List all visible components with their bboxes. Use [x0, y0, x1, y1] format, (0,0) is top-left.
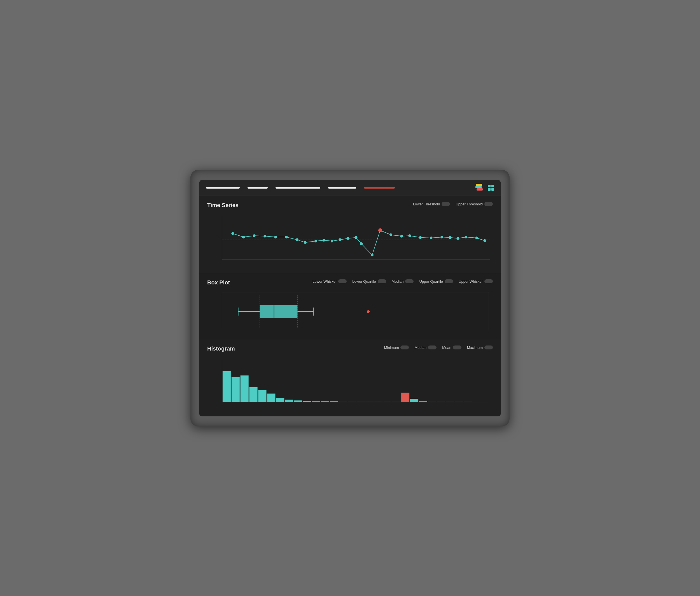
svg-rect-45: [240, 375, 249, 402]
mean-legend: Mean: [442, 346, 462, 350]
svg-point-21: [400, 234, 403, 237]
svg-point-16: [355, 236, 358, 239]
nav-item-4[interactable]: [328, 187, 356, 189]
svg-rect-49: [276, 398, 284, 402]
svg-point-3: [231, 232, 234, 235]
upper-quartile-legend: Upper Quartile: [419, 279, 453, 283]
svg-point-26: [448, 236, 451, 239]
lower-quartile-legend: Lower Quartile: [352, 279, 386, 283]
svg-rect-44: [232, 377, 240, 402]
maximum-toggle[interactable]: [485, 346, 493, 349]
svg-point-20: [389, 233, 392, 236]
time-series-legend: Lower Threshold Upper Threshold: [413, 202, 493, 206]
grid-icon[interactable]: [488, 185, 494, 191]
svg-point-14: [339, 238, 341, 241]
mean-label: Mean: [442, 346, 451, 350]
svg-point-7: [275, 235, 277, 239]
minimum-label: Minimum: [384, 346, 399, 350]
histogram-chart: [207, 355, 493, 411]
maximum-legend: Maximum: [467, 346, 493, 350]
svg-rect-51: [294, 400, 302, 402]
upper-quartile-toggle[interactable]: [445, 279, 453, 283]
app-window: Time Series Lower Threshold Upper Thresh…: [199, 180, 501, 416]
upper-threshold-legend: Upper Threshold: [456, 202, 493, 206]
box-plot-svg: [207, 289, 493, 334]
device-frame: Time Series Lower Threshold Upper Thresh…: [190, 170, 510, 426]
histogram-median-toggle[interactable]: [428, 346, 437, 349]
svg-point-29: [475, 237, 478, 239]
box-plot-legend: Lower Whisker Lower Quartile Median Uppe…: [312, 279, 493, 283]
box-plot-chart: [207, 289, 493, 334]
svg-point-17: [360, 242, 363, 245]
nav-item-2[interactable]: [248, 187, 268, 189]
time-series-chart: [207, 212, 493, 268]
svg-point-18: [371, 254, 373, 256]
nav-item-1[interactable]: [206, 187, 240, 189]
histogram-svg: [207, 355, 493, 411]
minimum-legend: Minimum: [384, 346, 409, 350]
svg-point-28: [465, 235, 467, 239]
svg-point-11: [314, 240, 317, 242]
svg-rect-64: [410, 399, 418, 402]
svg-point-12: [322, 239, 326, 242]
maximum-label: Maximum: [467, 346, 483, 350]
nav-bar: [199, 180, 501, 196]
lower-threshold-label: Lower Threshold: [413, 202, 440, 206]
svg-point-15: [347, 237, 349, 240]
stack-icon[interactable]: [475, 184, 485, 192]
svg-point-10: [304, 241, 307, 244]
svg-point-40: [367, 310, 370, 313]
time-series-svg: [207, 212, 493, 268]
svg-rect-52: [303, 401, 311, 402]
upper-whisker-label: Upper Whisker: [459, 279, 483, 283]
nav-item-5[interactable]: [364, 187, 395, 189]
svg-rect-63: [401, 393, 409, 402]
svg-point-19: [378, 228, 382, 232]
svg-point-23: [419, 236, 422, 239]
svg-rect-43: [223, 371, 231, 402]
lower-quartile-label: Lower Quartile: [352, 279, 376, 283]
lower-threshold-toggle[interactable]: [442, 202, 450, 206]
svg-point-6: [263, 234, 266, 237]
lower-whisker-toggle[interactable]: [338, 279, 347, 283]
mean-toggle[interactable]: [453, 346, 462, 349]
time-series-panel: Time Series Lower Threshold Upper Thresh…: [199, 196, 501, 273]
histogram-median-legend: Median: [414, 346, 437, 350]
svg-rect-48: [267, 393, 275, 402]
nav-icons: [475, 184, 494, 192]
upper-quartile-label: Upper Quartile: [419, 279, 443, 283]
svg-rect-50: [285, 400, 293, 402]
lower-threshold-legend: Lower Threshold: [413, 202, 450, 206]
svg-point-22: [408, 234, 411, 237]
upper-threshold-toggle[interactable]: [485, 202, 493, 206]
upper-whisker-legend: Upper Whisker: [459, 279, 493, 283]
svg-point-5: [253, 234, 256, 237]
svg-point-24: [430, 237, 433, 239]
box-plot-panel: Box Plot Lower Whisker Lower Quartile Me…: [199, 273, 501, 339]
histogram-panel: Histogram Minimum Median Mean Maximum: [199, 339, 501, 416]
svg-point-13: [331, 240, 334, 242]
nav-item-3[interactable]: [276, 187, 320, 189]
lower-whisker-legend: Lower Whisker: [312, 279, 347, 283]
lower-whisker-label: Lower Whisker: [312, 279, 337, 283]
lower-quartile-toggle[interactable]: [378, 279, 386, 283]
svg-point-25: [440, 235, 443, 239]
svg-rect-47: [258, 390, 266, 402]
svg-point-27: [457, 237, 460, 240]
svg-point-9: [296, 238, 299, 241]
histogram-legend: Minimum Median Mean Maximum: [384, 346, 493, 350]
svg-point-30: [483, 239, 486, 242]
median-toggle[interactable]: [405, 279, 414, 283]
upper-whisker-toggle[interactable]: [485, 279, 493, 283]
svg-rect-36: [260, 304, 297, 318]
svg-rect-46: [250, 387, 258, 402]
median-legend: Median: [392, 279, 414, 283]
minimum-toggle[interactable]: [400, 346, 409, 349]
median-label: Median: [392, 279, 404, 283]
histogram-median-label: Median: [414, 346, 426, 350]
upper-threshold-label: Upper Threshold: [456, 202, 483, 206]
svg-point-8: [285, 235, 288, 239]
svg-point-4: [242, 235, 245, 239]
